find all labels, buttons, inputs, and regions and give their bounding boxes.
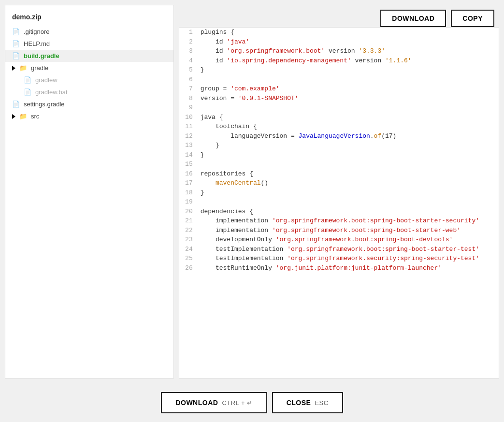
folder-icon: 📁: [19, 113, 27, 120]
sidebar-item-settingsgradle[interactable]: 📄 settings.gradle: [5, 98, 173, 110]
line-number: 23: [179, 235, 201, 245]
line-number: 8: [179, 94, 201, 103]
code-line: 11 toolchain {: [179, 122, 499, 131]
line-number: 7: [179, 84, 201, 94]
line-number: 17: [179, 178, 201, 188]
file-icon: 📄: [12, 52, 20, 59]
file-icon: 📄: [12, 28, 20, 35]
line-code: [201, 75, 499, 85]
code-line: 19: [179, 197, 499, 207]
code-line: 13 }: [179, 141, 499, 150]
line-code: id 'org.springframework.boot' version '3…: [201, 46, 499, 56]
line-number: 15: [179, 160, 201, 169]
close-shortcut: ESC: [315, 399, 328, 407]
download-button[interactable]: DOWNLOAD: [380, 10, 446, 27]
code-line: 14 }: [179, 150, 499, 160]
download-shortcut: CTRL + ↵: [222, 399, 252, 407]
code-table: 1 plugins { 2 id 'java' 3 id 'org.spring…: [179, 28, 499, 273]
code-line: 20 dependencies {: [179, 207, 499, 217]
line-number: 14: [179, 150, 201, 160]
code-line: 1 plugins {: [179, 28, 499, 37]
copy-button[interactable]: COPY: [451, 10, 494, 27]
code-line: 12 languageVersion = JavaLanguageVersion…: [179, 131, 499, 141]
sidebar-item-label: gradlew.bat: [35, 88, 68, 96]
code-line: 26 testRuntimeOnly 'org.junit.platform:j…: [179, 263, 499, 273]
line-number: 20: [179, 207, 201, 217]
top-toolbar: DOWNLOAD COPY: [179, 5, 499, 27]
code-line: 22 implementation 'org.springframework.b…: [179, 226, 499, 235]
line-code: implementation 'org.springframework.boot…: [201, 216, 499, 226]
line-code: testImplementation 'org.springframework.…: [201, 254, 499, 263]
line-number: 3: [179, 46, 201, 56]
line-number: 16: [179, 169, 201, 179]
line-number: 10: [179, 113, 201, 122]
code-line: 6: [179, 75, 499, 85]
line-code: id 'java': [201, 37, 499, 47]
bottom-close-button[interactable]: CLOSE ESC: [272, 392, 343, 413]
line-number: 1: [179, 28, 201, 37]
line-number: 12: [179, 131, 201, 141]
sidebar-item-helpmd[interactable]: 📄 HELP.md: [5, 38, 173, 50]
line-code: developmentOnly 'org.springframework.boo…: [201, 235, 499, 245]
line-code: languageVersion = JavaLanguageVersion.of…: [201, 131, 499, 141]
chevron-right-icon: [12, 66, 15, 71]
chevron-right-icon: [12, 114, 15, 119]
code-line: 9: [179, 103, 499, 113]
sidebar-item-gradlew[interactable]: 📄 gradlew: [5, 74, 173, 86]
code-line: 17 mavenCentral(): [179, 178, 499, 188]
code-line: 21 implementation 'org.springframework.b…: [179, 216, 499, 226]
line-code: implementation 'org.springframework.boot…: [201, 226, 499, 235]
line-number: 25: [179, 254, 201, 263]
line-code: version = '0.0.1-SNAPSHOT': [201, 94, 499, 103]
line-code: }: [201, 141, 499, 150]
sidebar-item-gradle[interactable]: 📁 gradle: [5, 62, 173, 74]
line-code: testImplementation 'org.springframework.…: [201, 245, 499, 254]
code-line: 5 }: [179, 65, 499, 75]
code-line: 25 testImplementation 'org.springframewo…: [179, 254, 499, 263]
bottom-bar: DOWNLOAD CTRL + ↵ CLOSE ESC: [0, 383, 504, 422]
sidebar-item-buildgradle[interactable]: 📄 build.gradle: [5, 50, 173, 62]
line-code: plugins {: [201, 28, 499, 37]
sidebar-item-gradlewbat[interactable]: 📄 gradlew.bat: [5, 86, 173, 98]
file-icon: 📄: [24, 76, 31, 84]
line-number: 22: [179, 226, 201, 235]
line-number: 13: [179, 141, 201, 150]
sidebar-item-label: gradlew: [35, 76, 58, 84]
code-line: 24 testImplementation 'org.springframewo…: [179, 245, 499, 254]
line-number: 6: [179, 75, 201, 85]
file-icon: 📄: [12, 101, 20, 108]
line-code: [201, 103, 499, 113]
sidebar-item-label: build.gradle: [24, 52, 59, 59]
line-number: 4: [179, 56, 201, 66]
line-code: id 'io.spring.dependency-management' ver…: [201, 56, 499, 66]
line-code: toolchain {: [201, 122, 499, 131]
main-area: demo.zip 📄 .gitignore 📄 HELP.md 📄 build.…: [0, 0, 504, 383]
line-number: 9: [179, 103, 201, 113]
line-number: 21: [179, 216, 201, 226]
line-code: [201, 197, 499, 207]
sidebar-item-label: .gitignore: [24, 28, 49, 35]
code-line: 3 id 'org.springframework.boot' version …: [179, 46, 499, 56]
code-line: 15: [179, 160, 499, 169]
bottom-download-button[interactable]: DOWNLOAD CTRL + ↵: [161, 392, 267, 413]
line-code: java {: [201, 113, 499, 122]
line-code: mavenCentral(): [201, 178, 499, 188]
line-code: dependencies {: [201, 207, 499, 217]
bottom-download-label: DOWNLOAD: [175, 399, 218, 407]
sidebar-item-label: settings.gradle: [24, 101, 65, 108]
file-icon: 📄: [24, 88, 31, 96]
code-line: 8 version = '0.0.1-SNAPSHOT': [179, 94, 499, 103]
line-code: }: [201, 65, 499, 75]
sidebar-item-gitignore[interactable]: 📄 .gitignore: [5, 26, 173, 38]
sidebar-title: demo.zip: [5, 10, 173, 26]
code-content[interactable]: 1 plugins { 2 id 'java' 3 id 'org.spring…: [179, 28, 499, 378]
sidebar-item-label: gradle: [31, 64, 48, 72]
code-line: 2 id 'java': [179, 37, 499, 47]
sidebar-item-label: src: [31, 113, 39, 120]
sidebar-item-src[interactable]: 📁 src: [5, 110, 173, 122]
line-number: 19: [179, 197, 201, 207]
code-line: 23 developmentOnly 'org.springframework.…: [179, 235, 499, 245]
line-code: }: [201, 188, 499, 198]
line-number: 11: [179, 122, 201, 131]
line-number: 2: [179, 37, 201, 47]
